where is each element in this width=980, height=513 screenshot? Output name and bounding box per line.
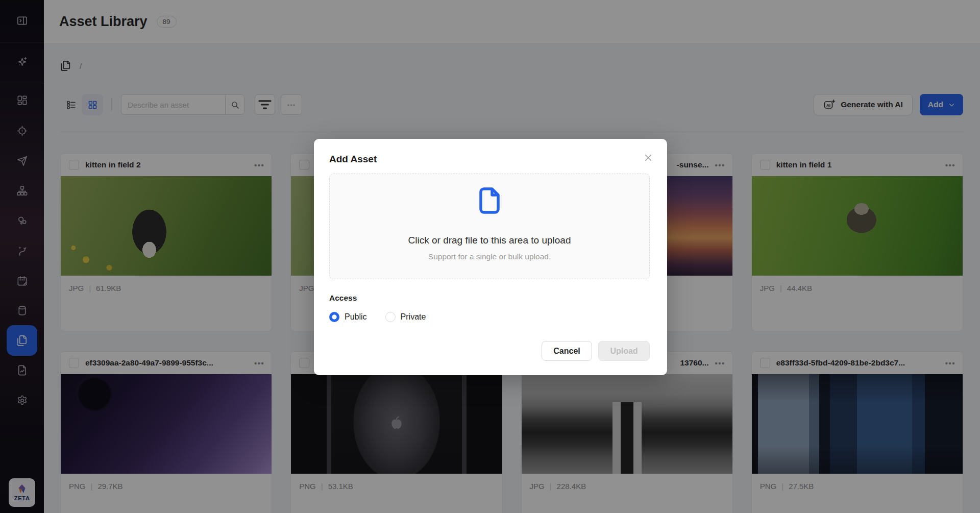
modal-close-button[interactable] [643,152,654,163]
cancel-button[interactable]: Cancel [542,341,592,361]
upload-dropzone[interactable]: Click or drag file to this area to uploa… [329,174,650,279]
radio-private[interactable] [385,312,396,322]
modal-footer: Cancel Upload [542,341,650,361]
file-upload-icon [330,187,649,216]
radio-private-label: Private [401,312,426,322]
asset-library-screen: ZETA Asset Library 89 / [0,0,980,513]
upload-button[interactable]: Upload [598,341,650,361]
radio-public-label: Public [345,312,367,322]
close-icon [644,153,653,162]
upload-instruction: Click or drag file to this area to uploa… [330,235,649,246]
upload-hint: Support for a single or bulk upload. [330,252,649,261]
add-asset-modal: Add Asset Click or drag file to this are… [314,139,667,375]
access-radio-group: Public Private [329,312,426,322]
modal-title: Add Asset [329,154,377,165]
radio-public[interactable] [329,312,339,322]
access-label: Access [329,294,357,303]
